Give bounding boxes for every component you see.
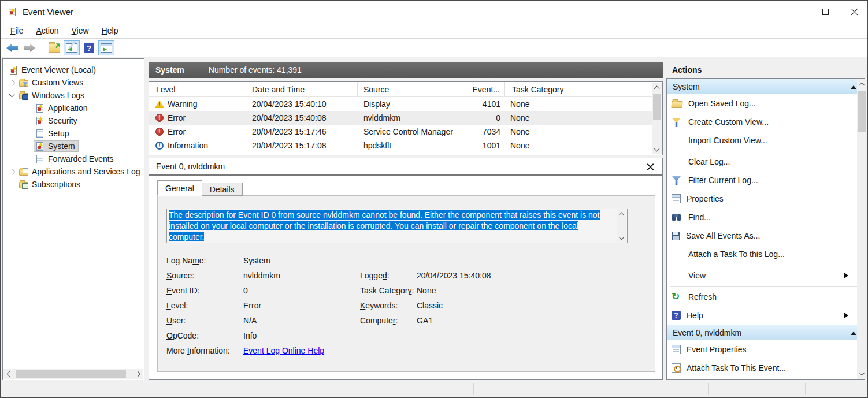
scroll-up-icon[interactable] bbox=[620, 212, 624, 216]
close-button[interactable] bbox=[840, 1, 868, 23]
scroll-left-icon[interactable] bbox=[6, 372, 10, 376]
tab-general[interactable]: General bbox=[157, 180, 202, 196]
tree-horizontal-scrollbar[interactable] bbox=[3, 369, 143, 379]
action-import-custom-view[interactable]: Import Custom View... bbox=[667, 131, 865, 150]
action-properties[interactable]: Properties bbox=[667, 189, 865, 208]
event-count: Number of events: 41,391 bbox=[209, 65, 302, 75]
tree-item-windows-logs[interactable]: Windows Logs bbox=[3, 89, 144, 102]
cell-event-id: 0 bbox=[473, 113, 505, 122]
scrollbar-thumb[interactable] bbox=[858, 91, 866, 132]
event-log-online-help-link[interactable]: Event Log Online Help bbox=[243, 346, 324, 355]
table-row[interactable]: Information 20/04/2023 15:17:08 hpdskflt… bbox=[149, 139, 662, 152]
tree-item-applications-and-services[interactable]: Applications and Services Log bbox=[3, 165, 144, 178]
menu-action[interactable]: Action bbox=[30, 24, 65, 38]
field-value-task-category: None bbox=[417, 286, 436, 295]
menu-help[interactable]: Help bbox=[95, 24, 125, 38]
table-row[interactable]: Error 20/04/2023 15:17:46 Service Contro… bbox=[149, 125, 662, 139]
collapse-up-icon[interactable] bbox=[851, 332, 856, 335]
table-row[interactable]: Error 20/04/2023 15:40:08 nvlddmkm 0 Non… bbox=[149, 111, 662, 125]
show-action-pane-button[interactable] bbox=[98, 40, 114, 55]
refresh-icon bbox=[672, 292, 682, 302]
collapse-up-icon[interactable] bbox=[851, 85, 856, 89]
log-icon bbox=[36, 129, 43, 138]
action-filter-current-log[interactable]: Filter Current Log... bbox=[667, 171, 865, 189]
filter-icon bbox=[672, 117, 682, 127]
action-create-custom-view[interactable]: Create Custom View... bbox=[667, 113, 865, 131]
description-scrollbar[interactable] bbox=[617, 210, 626, 242]
action-clear-log[interactable]: Clear Log... bbox=[667, 152, 865, 171]
status-divider bbox=[708, 383, 709, 395]
action-view[interactable]: View bbox=[667, 266, 865, 285]
tree-item-setup[interactable]: Setup bbox=[3, 127, 144, 140]
chevron-right-icon[interactable] bbox=[8, 167, 17, 176]
submenu-arrow-icon bbox=[844, 273, 848, 278]
table-row[interactable]: Warning 20/04/2023 15:40:10 Display 4101… bbox=[149, 97, 662, 111]
column-header-event-id[interactable]: Event... bbox=[473, 82, 505, 96]
cell-task-category: None bbox=[505, 141, 578, 150]
column-header-date[interactable]: Date and Time bbox=[246, 82, 358, 96]
export-log-button[interactable] bbox=[46, 40, 62, 55]
action-save-all-events-as[interactable]: Save All Events As... bbox=[667, 226, 865, 245]
action-find[interactable]: Find... bbox=[667, 208, 865, 226]
tree-item-forwarded-events[interactable]: Forwarded Events bbox=[3, 152, 144, 165]
tree-item-event-viewer-local[interactable]: Event Viewer (Local) bbox=[3, 64, 144, 76]
scroll-right-icon[interactable] bbox=[136, 372, 140, 376]
no-icon bbox=[672, 157, 682, 167]
tree-item-subscriptions[interactable]: Subscriptions bbox=[3, 178, 144, 191]
chevron-down-icon[interactable] bbox=[8, 91, 17, 100]
tree-item-system[interactable]: System bbox=[3, 140, 144, 152]
column-header-level[interactable]: Level bbox=[149, 82, 246, 96]
column-header-task-category[interactable]: Task Category bbox=[505, 82, 578, 96]
action-refresh[interactable]: Refresh bbox=[667, 288, 865, 306]
action-event-properties[interactable]: Event Properties bbox=[667, 340, 865, 359]
scrollbar-thumb[interactable] bbox=[653, 94, 661, 120]
action-label: Save All Events As... bbox=[686, 231, 760, 240]
back-button[interactable] bbox=[4, 40, 20, 55]
field-label-more-information: More Information: bbox=[166, 346, 243, 355]
field-value-computer: GA1 bbox=[417, 316, 433, 325]
divider bbox=[670, 286, 862, 287]
maximize-button[interactable] bbox=[811, 1, 840, 23]
scroll-up-icon[interactable] bbox=[860, 82, 864, 86]
selected-text: The description for Event ID 0 from sour… bbox=[169, 210, 600, 241]
binoculars-icon bbox=[672, 213, 682, 222]
action-label: Help bbox=[687, 311, 703, 320]
tree-item-application[interactable]: Application bbox=[3, 102, 144, 114]
scrollbar-thumb[interactable] bbox=[16, 370, 126, 378]
actions-panel: System Open Saved Log... Create Custom V… bbox=[666, 78, 865, 380]
event-properties-icon bbox=[672, 345, 681, 354]
actions-scrollbar[interactable] bbox=[857, 79, 867, 379]
scroll-down-icon[interactable] bbox=[655, 147, 659, 151]
action-attach-task-to-log[interactable]: Attach a Task To this Log... bbox=[667, 245, 865, 263]
cell-source: hpdskflt bbox=[358, 141, 473, 150]
tab-details[interactable]: Details bbox=[202, 183, 243, 196]
minimize-button[interactable] bbox=[782, 1, 811, 23]
back-arrow-icon bbox=[6, 44, 18, 52]
detail-close-icon[interactable] bbox=[647, 163, 654, 170]
scroll-down-icon[interactable] bbox=[860, 371, 864, 375]
forward-button[interactable] bbox=[21, 40, 38, 55]
field-label-log-name: Log Name: bbox=[166, 256, 243, 265]
show-console-tree-button[interactable] bbox=[64, 40, 80, 55]
event-description-box[interactable]: The description for Event ID 0 from sour… bbox=[166, 209, 628, 243]
menu-file[interactable]: File bbox=[4, 24, 30, 38]
column-header-source[interactable]: Source bbox=[358, 82, 473, 96]
close-icon bbox=[851, 8, 858, 16]
help-button[interactable]: ? bbox=[81, 40, 97, 55]
console-tree: Event Viewer (Local) Custom Views Window… bbox=[3, 59, 144, 191]
tree-item-security[interactable]: Security bbox=[3, 114, 144, 127]
chevron-right-icon[interactable] bbox=[8, 78, 17, 87]
minimize-icon bbox=[793, 12, 800, 12]
menu-view[interactable]: View bbox=[65, 24, 95, 38]
action-attach-task-to-event[interactable]: Attach Task To This Event... bbox=[667, 359, 865, 377]
action-open-saved-log[interactable]: Open Saved Log... bbox=[667, 94, 865, 113]
scroll-down-icon[interactable] bbox=[620, 236, 624, 240]
actions-section-system[interactable]: System bbox=[667, 79, 865, 94]
tree-item-label: Windows Logs bbox=[32, 91, 84, 100]
event-viewer-icon bbox=[10, 66, 17, 75]
scroll-up-icon[interactable] bbox=[655, 85, 659, 90]
actions-section-event[interactable]: Event 0, nvlddmkm bbox=[667, 325, 865, 340]
action-help[interactable]: Help bbox=[667, 306, 865, 325]
event-list-scrollbar[interactable] bbox=[652, 83, 662, 154]
tree-item-custom-views[interactable]: Custom Views bbox=[3, 76, 144, 89]
